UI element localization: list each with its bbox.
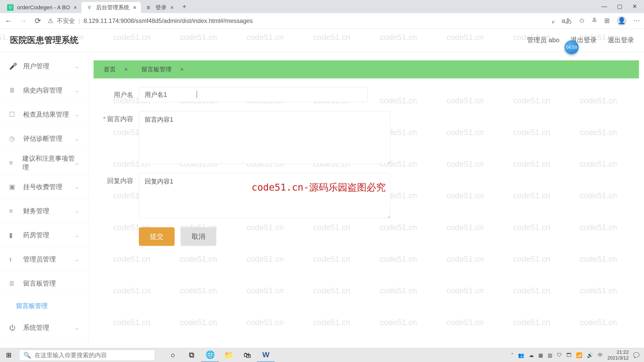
security-label: 不安全: [57, 17, 75, 25]
sidebar-item-user-mgmt[interactable]: 🎤用户管理⌄: [0, 54, 88, 78]
tray-app-icon[interactable]: ▥: [548, 352, 552, 358]
sidebar-item-history-mgmt[interactable]: 🗎病史内容管理⌄: [0, 78, 88, 103]
sidebar-item-diagnosis-mgmt[interactable]: ◷评估诊断管理⌄: [0, 127, 88, 151]
browser-tab[interactable]: 🗎 登录 ×: [141, 2, 178, 13]
reply-label: 回复内容: [99, 173, 139, 185]
word-icon[interactable]: W: [257, 348, 275, 362]
close-icon[interactable]: ×: [124, 66, 128, 73]
sidebar-item-label: 留言板管理: [23, 279, 56, 288]
close-icon[interactable]: ×: [180, 66, 184, 73]
message-form: 用户名 *留言内容 回复内容 提交 取消: [89, 87, 491, 246]
sidebar-item-message-mgmt[interactable]: ≣留言板管理: [0, 272, 88, 296]
submit-button[interactable]: 提交: [139, 227, 175, 246]
sidebar-item-admin-mgmt[interactable]: ⫾管理员管理⌄: [0, 247, 88, 272]
sidebar-item-pharmacy-mgmt[interactable]: ▮药房管理⌄: [0, 223, 88, 247]
square-icon: ☐: [9, 111, 17, 118]
refresh-button[interactable]: ⟳: [33, 16, 42, 25]
cancel-button[interactable]: 取消: [181, 227, 216, 246]
breadcrumb-home[interactable]: 首页: [104, 65, 116, 73]
edge-icon[interactable]: 🌐: [201, 348, 219, 362]
profile-icon[interactable]: 👤: [617, 16, 626, 26]
tray-security-icon[interactable]: 🛡: [557, 352, 562, 358]
chevron-down-icon: ⌄: [75, 232, 79, 239]
start-button[interactable]: ⊞: [0, 348, 18, 362]
taskbar-search[interactable]: 🔍 在这里输入你要搜索的内容: [19, 350, 155, 361]
tab-favicon-icon: 🗎: [145, 4, 152, 11]
notification-icon[interactable]: 💬: [633, 352, 639, 358]
close-icon[interactable]: ×: [170, 4, 174, 11]
tray-app-icon[interactable]: ▦: [538, 352, 543, 358]
close-icon[interactable]: ×: [73, 4, 77, 11]
chevron-down-icon: ⌄: [75, 135, 79, 142]
power-icon: ⏻: [9, 324, 17, 332]
chevron-down-icon: ⌄: [75, 184, 79, 190]
username-input[interactable]: [139, 87, 368, 102]
sidebar-item-advice-mgmt[interactable]: ≡建议和注意事项管理⌄: [0, 151, 88, 175]
username-label: 用户名: [99, 87, 139, 99]
address-bar: ← → ⟳ ⚠ 不安全 | 8.129.11.174:9008/ssmf48d5…: [0, 13, 644, 29]
lines-icon: ≣: [9, 280, 17, 287]
sidebar-item-label: 用户管理: [23, 62, 49, 71]
chart-icon: ⫾: [9, 255, 17, 263]
back-button[interactable]: ←: [4, 16, 13, 25]
main-content: 首页 × 留言板管理 × 用户名 *留言内容 回复内容 提交 取消: [89, 52, 644, 348]
close-window-icon[interactable]: ✕: [632, 3, 637, 10]
browser-tab-bar: V orderCodegen - A BO × V 后台管理系统 × 🗎 登录 …: [0, 0, 644, 13]
sidebar-subitem-message-board[interactable]: 留言板管理: [0, 296, 88, 316]
chevron-down-icon: ⌄: [75, 325, 79, 331]
breadcrumb-banner: 首页 × 留言板管理 ×: [94, 60, 639, 78]
cortana-icon[interactable]: ○: [164, 348, 182, 362]
taskbar-clock[interactable]: 21:22 2021/3/12: [607, 349, 629, 361]
chevron-down-icon: ⌄: [75, 256, 79, 263]
tray-volume-icon[interactable]: 🔊: [587, 352, 593, 358]
url-field[interactable]: ⚠ 不安全 | 8.129.11.174:9008/ssmf48d5/admin…: [48, 17, 546, 25]
explorer-icon[interactable]: 📁: [220, 348, 237, 362]
app-header: 医院医患管理系统 管理员 abo 退出登录 退出登录: [0, 29, 644, 52]
tab-favicon-icon: V: [86, 4, 93, 11]
sidebar-item-label: 病史内容管理: [23, 86, 62, 95]
sidebar-item-label: 评估诊断管理: [23, 134, 62, 143]
favorite-icon[interactable]: ✩: [579, 17, 585, 25]
tray-battery-icon[interactable]: 🗔: [567, 352, 572, 358]
chevron-down-icon: ⌄: [75, 111, 79, 118]
tray-people-icon[interactable]: 👥: [518, 352, 524, 358]
favorites-bar-icon[interactable]: ≚: [592, 17, 597, 25]
watermark-overlay-text: code51.cn-源码乐园盗图必究: [252, 181, 386, 194]
chevron-down-icon: ⌄: [75, 160, 79, 166]
minimize-icon[interactable]: —: [601, 3, 607, 10]
logout-link[interactable]: 退出登录: [608, 36, 634, 44]
maximize-icon[interactable]: ▢: [617, 3, 622, 10]
tab-title: 登录: [155, 4, 167, 11]
translate-icon[interactable]: aあ: [562, 16, 572, 25]
tray-onedrive-icon[interactable]: ☁: [529, 352, 534, 358]
tab-title: orderCodegen - A BO: [17, 4, 70, 11]
bar-icon: ▮: [9, 231, 17, 239]
extension-icon[interactable]: ᵨ: [552, 17, 555, 25]
tab-favicon-icon: V: [7, 4, 14, 11]
sidebar-item-finance-mgmt[interactable]: ≡财务管理⌄: [0, 199, 88, 223]
store-icon[interactable]: 🛍: [238, 348, 256, 362]
chevron-down-icon: ⌄: [75, 63, 79, 70]
sidebar-item-system-mgmt[interactable]: ⏻系统管理⌄: [0, 316, 88, 340]
menu-icon[interactable]: ⋯: [633, 17, 640, 25]
tray-chevron-icon[interactable]: ˄: [511, 352, 513, 358]
sidebar-item-exam-mgmt[interactable]: ☐检查及结果管理⌄: [0, 103, 88, 127]
new-tab-button[interactable]: +: [178, 3, 190, 11]
reply-textarea[interactable]: [139, 173, 390, 218]
breadcrumb-current: 留言板管理: [141, 65, 172, 73]
sidebar-item-registration-mgmt[interactable]: ▣挂号收费管理⌄: [0, 175, 88, 199]
list-icon: ≡: [9, 159, 16, 167]
task-view-icon[interactable]: ⧉: [183, 348, 200, 362]
browser-tab[interactable]: V orderCodegen - A BO ×: [3, 2, 82, 13]
tray-ime-icon[interactable]: 中: [598, 352, 603, 358]
browser-tab[interactable]: V 后台管理系统 ×: [82, 2, 141, 13]
close-icon[interactable]: ×: [133, 4, 136, 11]
windows-taskbar: ⊞ 🔍 在这里输入你要搜索的内容 ○ ⧉ 🌐 📁 🛍 W ˄ 👥 ☁ ▦ ▥ 🛡…: [0, 348, 644, 362]
chevron-down-icon: ⌄: [75, 87, 79, 94]
grid-icon: ▣: [9, 183, 17, 191]
tray-wifi-icon[interactable]: 📶: [576, 352, 582, 358]
timer-badge: 04:59: [565, 40, 579, 54]
mic-icon: 🎤: [9, 62, 17, 70]
message-textarea[interactable]: [139, 111, 390, 164]
collections-icon[interactable]: ⊞: [604, 17, 610, 25]
